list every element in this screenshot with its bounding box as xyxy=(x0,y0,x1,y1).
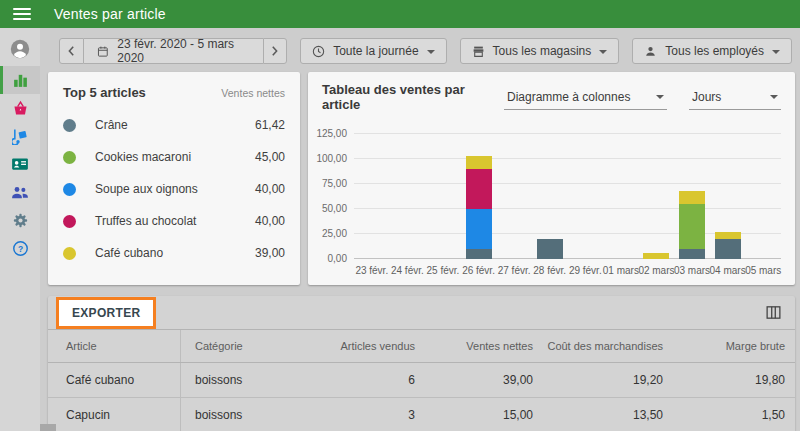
bar-stack xyxy=(466,156,492,259)
sidebar-item-inventory[interactable] xyxy=(0,122,40,150)
clock-icon xyxy=(312,45,325,58)
item-value: 45,00 xyxy=(255,150,285,164)
scrollbar-thumb[interactable] xyxy=(40,424,56,431)
main-content: 23 févr. 2020 - 5 mars 2020 Toute la jou… xyxy=(40,28,800,431)
top5-item: Soupe aux oignons 40,00 xyxy=(63,173,285,205)
bar-segment xyxy=(643,253,669,260)
bar-segment xyxy=(715,239,741,259)
cell-gross-margin: 19,80 xyxy=(663,363,785,397)
top5-item: Crâne 61,42 xyxy=(63,109,285,141)
export-button[interactable]: EXPORTER xyxy=(56,297,156,329)
cards-row: Top 5 articles Ventes nettes Crâne 61,42… xyxy=(48,72,795,285)
store-filter-label: Tous les magasins xyxy=(493,44,592,58)
sidebar-item-customers[interactable] xyxy=(0,178,40,206)
chevron-right-icon xyxy=(270,45,279,57)
cell-article: Café cubano xyxy=(48,363,180,397)
column-header[interactable]: Marge brute xyxy=(663,330,785,362)
top5-item: Café cubano 39,00 xyxy=(63,237,285,269)
export-button-label: EXPORTER xyxy=(72,306,140,320)
app-header: Ventes par article xyxy=(0,0,800,28)
chart-gridline xyxy=(354,158,781,159)
bar-segment xyxy=(679,249,705,260)
x-axis-tick-label: 05 mars xyxy=(745,265,781,276)
top5-title: Top 5 articles xyxy=(63,85,146,100)
chart-type-select[interactable]: Diagramme à colonnes xyxy=(504,85,667,110)
hamburger-icon[interactable] xyxy=(13,8,31,20)
time-filter-button[interactable]: Toute la journée xyxy=(300,38,446,64)
column-header[interactable]: Coût des marchandises xyxy=(533,330,663,362)
caret-down-icon xyxy=(770,95,778,99)
store-filter-button[interactable]: Tous les magasins xyxy=(460,38,620,64)
series-color-dot xyxy=(63,215,76,228)
cell-net-sales: 15,00 xyxy=(415,398,533,431)
date-range-button[interactable]: 23 févr. 2020 - 5 mars 2020 xyxy=(84,38,263,64)
sidebar-item-help[interactable]: ? xyxy=(0,234,40,262)
x-axis-tick-label: 04 mars xyxy=(710,265,746,276)
sales-chart-card: Tableau des ventes par article Diagramme… xyxy=(308,72,795,285)
item-name: Cookies macaroni xyxy=(95,150,255,164)
table-header-row: Article Catégorie Articles vendus Ventes… xyxy=(48,329,795,363)
sidebar-item-reports[interactable] xyxy=(0,66,40,94)
settings-gear-icon xyxy=(12,212,29,229)
sidebar-item-settings[interactable] xyxy=(0,206,40,234)
bar-segment xyxy=(466,156,492,169)
column-header[interactable]: Article xyxy=(48,330,180,362)
x-axis-tick-label: 28 févr. xyxy=(533,265,566,276)
date-prev-button[interactable] xyxy=(59,38,84,64)
cell-items-sold: 6 xyxy=(310,363,415,397)
series-color-dot xyxy=(63,183,76,196)
item-name: Soupe aux oignons xyxy=(95,182,255,196)
caret-down-icon xyxy=(427,50,435,54)
item-value: 40,00 xyxy=(255,214,285,228)
employee-filter-button[interactable]: Tous les employés xyxy=(632,38,792,64)
bar-segment xyxy=(715,232,741,239)
calendar-icon xyxy=(97,45,109,58)
x-axis-tick-label: 24 févr. xyxy=(391,265,424,276)
time-filter-label: Toute la journée xyxy=(333,44,418,58)
y-axis-tick-label: 100,00 xyxy=(307,153,347,164)
table-row[interactable]: Capucin boissons 3 15,00 13,50 1,50 xyxy=(48,398,795,431)
cell-items-sold: 3 xyxy=(310,398,415,431)
series-color-dot xyxy=(63,151,76,164)
bar-segment xyxy=(537,239,563,260)
chart-gridline xyxy=(354,183,781,184)
employee-filter-label: Tous les employés xyxy=(665,44,764,58)
item-name: Truffes au chocolat xyxy=(95,214,255,228)
date-next-button[interactable] xyxy=(263,38,288,64)
y-axis-tick-label: 125,00 xyxy=(307,128,347,139)
column-header[interactable]: Catégorie xyxy=(180,330,310,362)
user-avatar-icon xyxy=(10,39,30,59)
x-axis-tick-label: 29 févr. xyxy=(569,265,602,276)
sidebar-item-items[interactable] xyxy=(0,94,40,122)
items-basket-icon xyxy=(12,100,29,117)
column-header[interactable]: Ventes nettes xyxy=(415,330,533,362)
chevron-left-icon xyxy=(67,45,76,57)
caret-down-icon xyxy=(656,95,664,99)
column-settings-button[interactable] xyxy=(765,304,782,321)
column-header[interactable]: Articles vendus xyxy=(310,330,415,362)
chart-period-value: Jours xyxy=(692,90,721,104)
chart-title: Tableau des ventes par article xyxy=(322,82,504,112)
item-name: Crâne xyxy=(95,118,255,132)
sales-table-card: EXPORTER Article Catégorie Articles vend… xyxy=(48,296,795,431)
sidebar-item-profile[interactable] xyxy=(0,32,40,66)
sidebar-item-employees[interactable] xyxy=(0,150,40,178)
export-toolbar: EXPORTER xyxy=(48,296,795,329)
inventory-hand-truck-icon xyxy=(12,128,29,145)
cell-cost: 19,20 xyxy=(533,363,663,397)
bar-segment xyxy=(679,204,705,249)
x-axis-tick-label: 23 févr. xyxy=(355,265,388,276)
bar-stack xyxy=(643,253,669,260)
chart-gridline xyxy=(354,133,781,134)
y-axis-tick-label: 50,00 xyxy=(307,203,347,214)
caret-down-icon xyxy=(772,50,780,54)
y-axis-tick-label: 75,00 xyxy=(307,178,347,189)
cell-net-sales: 39,00 xyxy=(415,363,533,397)
svg-text:?: ? xyxy=(17,243,22,253)
table-row[interactable]: Café cubano boissons 6 39,00 19,20 19,80 xyxy=(48,363,795,398)
bar-segment xyxy=(466,209,492,249)
series-color-dot xyxy=(63,247,76,260)
bar-stack xyxy=(679,191,705,259)
customers-people-icon xyxy=(11,185,29,200)
chart-period-select[interactable]: Jours xyxy=(689,85,781,110)
